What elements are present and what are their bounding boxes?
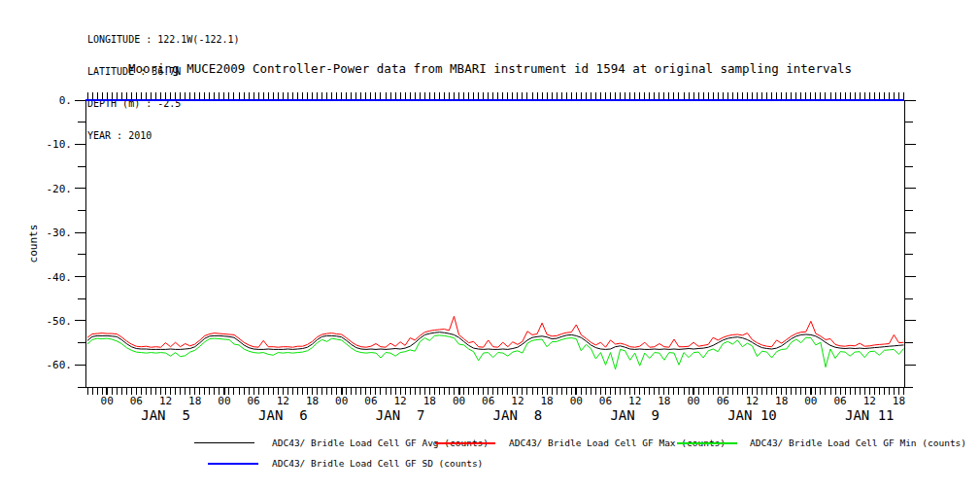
legend-label-min: ADC43/ Bridle Load Cell GF Min (counts) bbox=[750, 438, 966, 448]
x-axis-day-label: JAN 7 bbox=[376, 407, 425, 423]
x-axis-hour-label: 06 bbox=[482, 395, 494, 407]
x-axis-hour-label: 06 bbox=[130, 395, 143, 407]
x-axis-hour-label: 06 bbox=[833, 395, 846, 407]
y-axis-tick-label: -20. bbox=[47, 183, 73, 195]
x-axis-hour-label: 00 bbox=[218, 395, 230, 407]
x-axis-hour-label: 12 bbox=[393, 395, 406, 407]
x-axis-hour-label: 12 bbox=[746, 395, 759, 407]
legend-line-avg bbox=[194, 442, 254, 443]
x-axis-hour-label: 12 bbox=[863, 395, 876, 407]
x-axis-hour-label: 00 bbox=[687, 395, 699, 407]
x-axis-day-label: JAN 8 bbox=[493, 407, 543, 423]
series-line-min bbox=[87, 335, 904, 369]
x-axis-hour-label: 18 bbox=[893, 395, 905, 407]
x-axis-hour-label: 18 bbox=[775, 395, 788, 407]
y-axis-tick-label: -50. bbox=[47, 315, 73, 328]
series-line-max bbox=[87, 316, 904, 347]
x-axis-hour-label: 18 bbox=[658, 395, 670, 407]
y-axis-tick-label: -10. bbox=[47, 138, 73, 151]
y-axis-tick-label: -30. bbox=[47, 227, 73, 239]
legend-label-sd: ADC43/ Bridle Load Cell GF SD (counts) bbox=[272, 458, 483, 469]
x-axis-hour-label: 12 bbox=[511, 395, 524, 407]
x-axis-hour-label: 06 bbox=[717, 395, 729, 407]
x-axis-hour-label: 06 bbox=[599, 395, 612, 407]
legend-line-sd bbox=[208, 463, 258, 465]
y-axis-tick-label: -40. bbox=[47, 271, 73, 284]
mooring-plot-page: LONGITUDE : 122.1W(-122.1) LATITUDE : 36… bbox=[0, 0, 980, 490]
y-axis-tick-label: -60. bbox=[47, 359, 73, 371]
x-axis-day-label: JAN 11 bbox=[845, 407, 895, 423]
x-axis-hour-label: 00 bbox=[101, 395, 114, 407]
x-axis-hour-label: 12 bbox=[628, 395, 641, 407]
x-axis-hour-label: 00 bbox=[335, 395, 348, 407]
y-axis-tick-label: 0. bbox=[59, 94, 72, 107]
x-axis-hour-label: 00 bbox=[570, 395, 583, 407]
x-axis-hour-label: 18 bbox=[306, 395, 319, 407]
x-axis-hour-label: 00 bbox=[804, 395, 817, 407]
legend-line-min bbox=[677, 442, 737, 444]
x-axis-hour-label: 06 bbox=[248, 395, 260, 407]
x-axis-hour-label: 18 bbox=[423, 395, 436, 407]
x-axis-hour-label: 18 bbox=[540, 395, 553, 407]
y-axis-title: counts bbox=[27, 225, 40, 263]
chart-plot-area: 0006121800061218000612180006121800061218… bbox=[0, 0, 980, 490]
plot-box bbox=[85, 100, 904, 387]
x-axis-hour-label: 00 bbox=[453, 395, 465, 407]
x-axis-hour-label: 06 bbox=[364, 395, 377, 407]
x-axis-hour-label: 12 bbox=[277, 395, 289, 407]
x-axis-hour-label: 12 bbox=[159, 395, 172, 407]
x-axis-day-label: JAN 5 bbox=[141, 407, 190, 423]
legend-line-max bbox=[435, 442, 495, 444]
x-axis-day-label: JAN 9 bbox=[610, 407, 659, 423]
x-axis-hour-label: 18 bbox=[188, 395, 201, 407]
x-axis-day-label: JAN 6 bbox=[258, 407, 308, 423]
x-axis-day-label: JAN 10 bbox=[727, 407, 777, 423]
